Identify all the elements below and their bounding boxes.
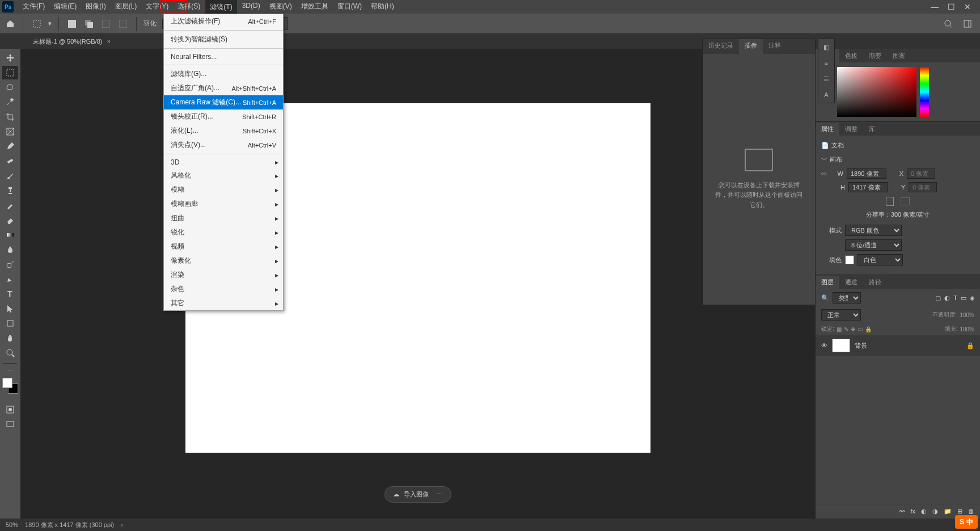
- document-tab[interactable]: 未标题-1 @ 50%(RGB/8) ×: [27, 35, 116, 48]
- shape-tool[interactable]: [2, 317, 18, 330]
- menu-item[interactable]: 选择(S): [173, 0, 205, 15]
- menu-item[interactable]: 窗口(W): [333, 0, 366, 15]
- mask-icon[interactable]: ◐: [921, 508, 927, 515]
- panel-tab[interactable]: 色板: [839, 49, 863, 62]
- blur-tool[interactable]: [2, 243, 18, 256]
- menu-item[interactable]: 帮助(H): [366, 0, 399, 15]
- filter-type-icon[interactable]: T: [953, 294, 957, 302]
- new-layer-icon[interactable]: ⊞: [957, 508, 962, 515]
- document-info[interactable]: 1890 像素 x 1417 像素 (300 ppi): [25, 521, 114, 529]
- orientation-landscape-icon[interactable]: [901, 197, 910, 205]
- menu-item[interactable]: 文件(F): [18, 0, 49, 15]
- menu-item[interactable]: 增效工具: [297, 0, 333, 15]
- menu-dropdown-item[interactable]: 锐化▸: [164, 225, 283, 239]
- width-input[interactable]: [847, 168, 886, 179]
- more-tools-icon[interactable]: ⋯: [7, 367, 13, 373]
- gradient-tool[interactable]: [2, 228, 18, 242]
- lock-position-icon[interactable]: ✥: [851, 326, 855, 332]
- wand-tool[interactable]: [2, 95, 18, 109]
- lock-artboard-icon[interactable]: ▭: [858, 326, 863, 332]
- group-icon[interactable]: 📁: [944, 508, 952, 515]
- marquee-icon[interactable]: [30, 17, 44, 31]
- panel-tab[interactable]: 路径: [863, 276, 887, 289]
- menu-dropdown-item[interactable]: 转换为智能滤镜(S): [164, 32, 283, 47]
- panel-tab[interactable]: 渐变: [863, 49, 887, 62]
- selection-subtract-icon[interactable]: [100, 18, 112, 30]
- move-tool[interactable]: [2, 51, 18, 65]
- fg-color-swatch[interactable]: [2, 378, 12, 388]
- panel-tab[interactable]: 插件: [739, 39, 763, 54]
- zoom-tool[interactable]: [2, 346, 18, 360]
- blend-mode-select[interactable]: 正常: [821, 309, 861, 321]
- opacity-value[interactable]: 100%: [960, 312, 974, 318]
- selection-intersect-icon[interactable]: [117, 18, 129, 30]
- panel-tab[interactable]: 库: [863, 123, 881, 136]
- filter-smart-icon[interactable]: ◈: [970, 294, 974, 302]
- menu-dropdown-item[interactable]: 模糊画廊▸: [164, 197, 283, 211]
- menu-dropdown-item[interactable]: 杂色▸: [164, 282, 283, 296]
- menu-dropdown-item[interactable]: 镜头校正(R)...Shift+Ctrl+R: [164, 109, 283, 124]
- quickmask-icon[interactable]: [2, 403, 18, 416]
- pen-tool[interactable]: [2, 272, 18, 286]
- more-icon[interactable]: ⋯: [437, 491, 443, 498]
- history-brush-tool[interactable]: [2, 199, 18, 212]
- workspace-icon[interactable]: [963, 19, 972, 28]
- color-swatches[interactable]: [2, 378, 18, 394]
- color-field[interactable]: [837, 67, 916, 117]
- close-icon[interactable]: ×: [107, 38, 110, 45]
- panel-tab[interactable]: 属性: [816, 123, 839, 136]
- panel-tab[interactable]: 历史记录: [703, 39, 739, 54]
- panel-tab[interactable]: 调整: [839, 123, 863, 136]
- depth-select[interactable]: 8 位/通道: [845, 239, 902, 251]
- import-image-button[interactable]: ☁ 导入图像 ⋯: [385, 486, 451, 503]
- color-picker[interactable]: [816, 62, 980, 121]
- panel-tab[interactable]: 注释: [763, 39, 787, 54]
- mode-select[interactable]: RGB 颜色: [845, 225, 902, 236]
- maximize-button[interactable]: ☐: [948, 2, 955, 11]
- layer-name[interactable]: 背景: [855, 342, 867, 350]
- minimize-button[interactable]: —: [931, 2, 939, 11]
- hue-slider[interactable]: [920, 67, 929, 117]
- lock-all-icon[interactable]: 🔒: [865, 326, 872, 332]
- menu-dropdown-item[interactable]: Camera Raw 滤镜(C)...Shift+Ctrl+A: [164, 95, 283, 109]
- menu-dropdown-item[interactable]: 3D▸: [164, 156, 283, 168]
- zoom-level[interactable]: 50%: [6, 521, 18, 528]
- layer-thumbnail[interactable]: [832, 339, 850, 352]
- menu-dropdown-item[interactable]: 扭曲▸: [164, 211, 283, 225]
- layer-row[interactable]: 👁 背景 🔒: [816, 335, 980, 356]
- screenmode-icon[interactable]: [2, 418, 18, 431]
- marquee-tool[interactable]: [2, 66, 18, 79]
- visibility-icon[interactable]: 👁: [821, 342, 827, 349]
- fx-icon[interactable]: fx: [910, 508, 915, 515]
- menu-dropdown-item[interactable]: 视频▸: [164, 239, 283, 254]
- height-input[interactable]: [848, 182, 888, 192]
- filter-adjust-icon[interactable]: ◐: [944, 294, 950, 302]
- menu-dropdown-item[interactable]: Neural Filters...: [164, 50, 283, 63]
- filter-pixel-icon[interactable]: ▢: [935, 294, 941, 302]
- search-icon[interactable]: [944, 19, 953, 28]
- lock-pixels-icon[interactable]: ▦: [837, 326, 842, 332]
- fill-opacity-value[interactable]: 100%: [960, 326, 974, 332]
- close-button[interactable]: ✕: [964, 2, 971, 11]
- panel-tab[interactable]: 图案: [887, 49, 911, 62]
- brush-tool[interactable]: [2, 169, 18, 183]
- selection-add-icon[interactable]: [83, 18, 95, 30]
- menu-dropdown-item[interactable]: 消失点(V)...Alt+Ctrl+V: [164, 138, 283, 152]
- x-input[interactable]: [907, 168, 935, 179]
- menu-item[interactable]: 图像(I): [81, 0, 110, 15]
- menu-item[interactable]: 图层(L): [111, 0, 142, 15]
- menu-item[interactable]: 文字(Y): [141, 0, 173, 15]
- search-icon[interactable]: 🔍: [821, 294, 829, 302]
- collapsed-panel-icon[interactable]: A: [818, 87, 834, 103]
- menu-dropdown-item[interactable]: 风格化▸: [164, 168, 283, 183]
- path-select-tool[interactable]: [2, 302, 18, 315]
- collapsed-panel-icon[interactable]: ◧: [818, 39, 834, 55]
- menu-item[interactable]: 滤镜(T): [205, 0, 237, 15]
- filter-type-select[interactable]: 类型: [833, 292, 861, 304]
- menu-dropdown-item[interactable]: 上次滤镜操作(F)Alt+Ctrl+F: [164, 14, 283, 28]
- menu-dropdown-item[interactable]: 液化(L)...Shift+Ctrl+X: [164, 124, 283, 138]
- crop-tool[interactable]: [2, 110, 18, 124]
- filter-shape-icon[interactable]: ▭: [961, 294, 966, 302]
- type-tool[interactable]: T: [2, 287, 18, 301]
- menu-dropdown-item[interactable]: 滤镜库(G)...: [164, 67, 283, 81]
